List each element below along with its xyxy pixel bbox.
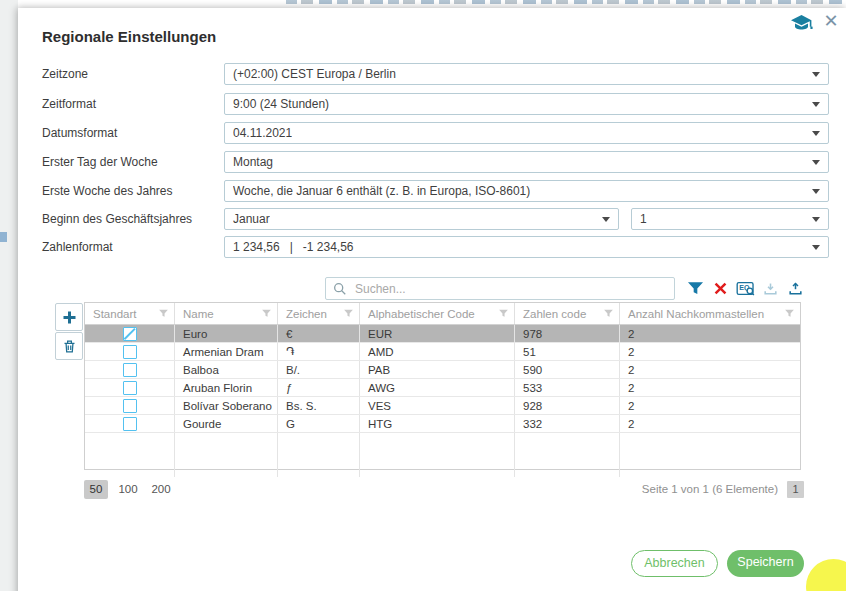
page-size-200[interactable]: 200 <box>147 480 175 499</box>
table-header: Standart Name Zeichen Alphabetischer Cod… <box>85 303 800 325</box>
table-row[interactable]: BalboaB/.PAB5902 <box>85 361 800 379</box>
checkbox-unchecked[interactable] <box>123 399 137 413</box>
column-header-name[interactable]: Name <box>175 303 278 324</box>
page-size-50[interactable]: 50 <box>84 480 108 499</box>
row-checkbox[interactable] <box>85 415 175 432</box>
delete-row-button[interactable] <box>55 332 83 360</box>
table-cell: Gourde <box>175 415 278 432</box>
column-header-zeichen[interactable]: Zeichen <box>278 303 360 324</box>
clipped-background-text <box>286 0 846 4</box>
search-input[interactable] <box>353 281 667 297</box>
checkbox-unchecked[interactable] <box>123 381 137 395</box>
checkbox-unchecked[interactable] <box>123 345 137 359</box>
column-header-standart[interactable]: Standart <box>85 303 175 324</box>
column-filter-icon[interactable] <box>498 308 509 319</box>
field-label: Zeitformat <box>42 97 96 111</box>
dateformat-select[interactable]: 04.11.2021 <box>224 122 829 144</box>
table-row[interactable]: Armenian Dram֏AMD512 <box>85 343 800 361</box>
column-label: Zeichen <box>286 308 327 320</box>
table-cell: ֏ <box>278 343 360 360</box>
row-checkbox[interactable] <box>85 397 175 414</box>
cancel-button[interactable]: Abbrechen <box>631 550 718 577</box>
row-checkbox[interactable] <box>85 325 175 342</box>
select-value: Januar <box>233 212 270 226</box>
graduation-cap-icon <box>789 11 815 35</box>
checkbox-unchecked[interactable] <box>123 417 137 431</box>
column-header-alpha-code[interactable]: Alphabetischer Code <box>360 303 515 324</box>
form-row-erste-woche: Erste Woche des Jahres Woche, die Januar… <box>42 180 805 202</box>
column-filter-icon[interactable] <box>158 308 169 319</box>
select-value: Montag <box>233 155 273 169</box>
grid-search-icon[interactable]: EQ <box>734 276 757 300</box>
row-checkbox[interactable] <box>85 361 175 378</box>
select-value: (+02:00) CEST Europa / Berlin <box>233 67 396 81</box>
add-row-button[interactable] <box>55 303 83 331</box>
column-filter-icon[interactable] <box>261 308 272 319</box>
select-value: 1 <box>640 212 647 226</box>
table-cell: 590 <box>515 361 620 378</box>
chevron-down-icon <box>602 217 610 222</box>
timeformat-select[interactable]: 9:00 (24 Stunden) <box>224 93 829 115</box>
table-cell: PAB <box>360 361 515 378</box>
table-row[interactable]: Aruban FlorinƒAWG5332 <box>85 379 800 397</box>
clear-filter-icon[interactable] <box>709 276 732 300</box>
app-background: Regionale Einstellungen ✕ Zeitzone (+02:… <box>0 0 846 591</box>
page-size-100[interactable]: 100 <box>114 480 142 499</box>
timezone-select[interactable]: (+02:00) CEST Europa / Berlin <box>224 63 829 85</box>
table-cell: 2 <box>620 361 800 378</box>
column-header-nachkommastellen[interactable]: Anzahl Nachkommastellen <box>620 303 800 324</box>
import-icon[interactable] <box>759 276 782 300</box>
first-week-select[interactable]: Woche, die Januar 6 enthält (z. B. in Eu… <box>224 180 829 202</box>
form-row-zeitzone: Zeitzone (+02:00) CEST Europa / Berlin <box>42 63 805 85</box>
field-label: Zeitzone <box>42 67 88 81</box>
dialog-title: Regionale Einstellungen <box>42 28 216 45</box>
form-row-erster-tag: Erster Tag der Woche Montag <box>42 151 805 173</box>
column-filter-icon[interactable] <box>343 308 354 319</box>
column-header-zahlen-code[interactable]: Zahlen code <box>515 303 620 324</box>
table-row[interactable]: Bolívar SoberanoBs. S.VES9282 <box>85 397 800 415</box>
table-row[interactable]: Euro€EUR9782 <box>85 325 800 343</box>
chevron-down-icon <box>812 160 820 165</box>
column-filter-icon[interactable] <box>603 308 614 319</box>
form-row-geschaeftsjahr: Beginn des Geschäftsjahres Januar 1 <box>42 208 805 230</box>
table-cell: Armenian Dram <box>175 343 278 360</box>
filter-icon[interactable] <box>684 276 707 300</box>
tutorial-button[interactable] <box>789 11 815 35</box>
table-cell: 2 <box>620 343 800 360</box>
page-button-1[interactable]: 1 <box>787 481 804 498</box>
fiscal-day-select[interactable]: 1 <box>631 208 829 230</box>
field-label: Erste Woche des Jahres <box>42 184 173 198</box>
table-empty-area <box>85 433 800 477</box>
column-label: Zahlen code <box>523 308 586 320</box>
table-cell: 2 <box>620 397 800 414</box>
table-cell: Bolívar Soberano <box>175 397 278 414</box>
chevron-down-icon <box>812 131 820 136</box>
checkbox-checked[interactable] <box>123 327 137 341</box>
table-cell: Euro <box>175 325 278 342</box>
chevron-down-icon <box>812 245 820 250</box>
search-icon <box>333 282 347 296</box>
column-filter-icon[interactable] <box>784 308 795 319</box>
table-cell: ƒ <box>278 379 360 396</box>
row-checkbox[interactable] <box>85 379 175 396</box>
chevron-down-icon <box>812 189 820 194</box>
close-icon[interactable]: ✕ <box>821 9 841 33</box>
table-cell: G <box>278 415 360 432</box>
table-cell: Bs. S. <box>278 397 360 414</box>
table-cell: 2 <box>620 325 800 342</box>
numberformat-select[interactable]: 1 234,56 | -1 234,56 <box>224 236 829 258</box>
first-day-select[interactable]: Montag <box>224 151 829 173</box>
chevron-down-icon <box>812 102 820 107</box>
save-button[interactable]: Speichern <box>727 550 804 577</box>
grid-toolbar: EQ <box>684 276 807 300</box>
table-cell: 332 <box>515 415 620 432</box>
table-cell: EUR <box>360 325 515 342</box>
export-icon[interactable] <box>784 276 807 300</box>
select-value: Woche, die Januar 6 enthält (z. B. in Eu… <box>233 184 530 198</box>
table-row[interactable]: GourdeGHTG3322 <box>85 415 800 433</box>
fiscal-month-select[interactable]: Januar <box>224 208 619 230</box>
search-input-wrap <box>325 277 675 300</box>
table-cell: VES <box>360 397 515 414</box>
checkbox-unchecked[interactable] <box>123 363 137 377</box>
row-checkbox[interactable] <box>85 343 175 360</box>
